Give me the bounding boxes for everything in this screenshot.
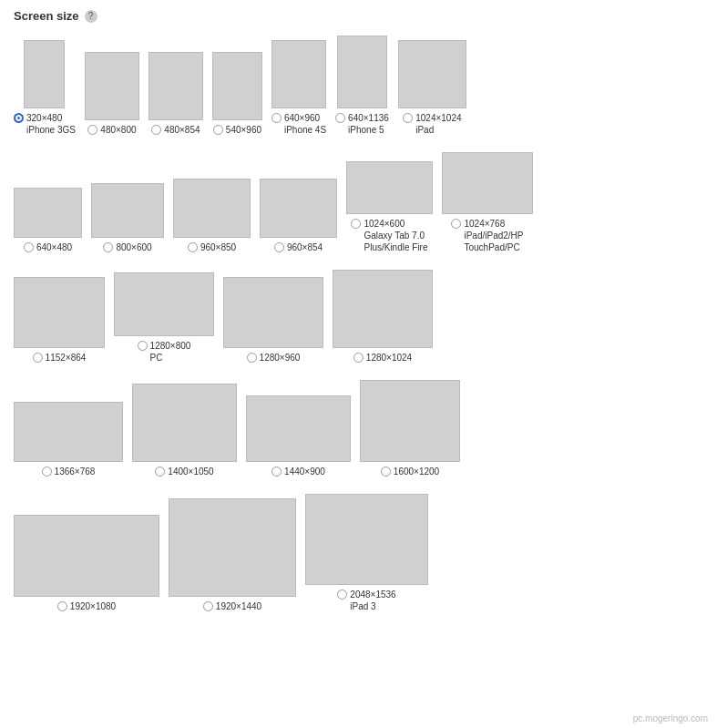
screen-label[interactable]: 1024×600 Galaxy Tab 7.0 Plus/Kindle Fire <box>351 218 427 253</box>
screen-label[interactable]: 1152×864 <box>33 352 87 364</box>
screen-label-text: 640×1136 iPhone 5 <box>348 112 389 136</box>
screen-box <box>223 277 323 348</box>
screen-item-1-3[interactable]: 960×854 <box>260 179 337 253</box>
screen-item-3-1[interactable]: 1400×1050 <box>132 384 237 477</box>
screen-label[interactable]: 1024×1024 iPad <box>403 112 461 136</box>
screen-item-0-2[interactable]: 480×854 <box>149 52 203 136</box>
screen-box <box>149 52 203 120</box>
screen-radio[interactable] <box>151 125 161 135</box>
screen-item-0-5[interactable]: 640×1136 iPhone 5 <box>335 36 389 136</box>
screen-box <box>169 498 296 597</box>
screen-item-1-1[interactable]: 800×600 <box>91 183 164 253</box>
screen-box <box>360 380 460 462</box>
screen-label[interactable]: 1600×1200 <box>381 466 439 477</box>
screen-item-1-5[interactable]: 1024×768 iPad/iPad2/HP TouchPad/PC <box>442 152 533 253</box>
screen-item-4-2[interactable]: 2048×1536 iPad 3 <box>305 494 428 612</box>
screen-label[interactable]: 1280×960 <box>247 352 301 364</box>
help-icon[interactable]: ? <box>85 10 97 23</box>
screen-label[interactable]: 2048×1536 iPad 3 <box>337 589 395 612</box>
screen-label-text: 1600×1200 <box>394 466 439 477</box>
screen-label[interactable]: 1920×1080 <box>57 600 116 612</box>
screen-radio[interactable] <box>155 467 165 477</box>
screen-row-2: 1152×8641280×800 PC1280×9601280×1024 <box>14 270 703 364</box>
screen-grid: 320×480 iPhone 3GS480×800480×854540×9606… <box>14 36 703 612</box>
screen-radio[interactable] <box>274 242 284 252</box>
screen-label[interactable]: 960×854 <box>274 241 323 253</box>
screen-radio[interactable] <box>271 113 282 123</box>
screen-label-text: 1920×1440 <box>216 600 261 612</box>
screen-label[interactable]: 1400×1050 <box>155 466 213 477</box>
screen-item-2-1[interactable]: 1280×800 PC <box>114 272 214 364</box>
screen-radio[interactable] <box>33 353 43 363</box>
screen-label-text: 1400×1050 <box>168 466 213 477</box>
screen-label[interactable]: 480×800 <box>87 124 136 136</box>
screen-label[interactable]: 960×850 <box>188 241 236 253</box>
screen-row-4: 1920×10801920×14402048×1536 iPad 3 <box>14 494 703 612</box>
screen-radio[interactable] <box>138 341 148 351</box>
watermark: pc.mogeringo.com <box>633 713 708 723</box>
screen-radio[interactable] <box>351 219 361 229</box>
screen-item-4-1[interactable]: 1920×1440 <box>169 498 296 612</box>
screen-label[interactable]: 320×480 iPhone 3GS <box>14 112 76 136</box>
screen-radio[interactable] <box>24 242 34 252</box>
screen-label[interactable]: 640×960 iPhone 4S <box>271 112 326 136</box>
screen-box <box>14 402 123 462</box>
screen-radio[interactable] <box>337 590 347 600</box>
screen-box <box>14 188 82 238</box>
screen-item-3-2[interactable]: 1440×900 <box>246 395 351 477</box>
screen-item-2-2[interactable]: 1280×960 <box>223 277 323 364</box>
screen-label[interactable]: 640×1136 iPhone 5 <box>335 112 389 136</box>
screen-label[interactable]: 640×480 <box>24 241 72 253</box>
screen-item-3-0[interactable]: 1366×768 <box>14 402 123 477</box>
screen-label[interactable]: 1366×768 <box>42 466 96 477</box>
screen-radio[interactable] <box>353 353 364 363</box>
screen-item-0-4[interactable]: 640×960 iPhone 4S <box>271 40 326 136</box>
screen-radio[interactable] <box>451 219 461 229</box>
screen-item-4-0[interactable]: 1920×1080 <box>14 515 159 612</box>
screen-radio[interactable] <box>14 113 24 123</box>
screen-row-3: 1366×7681400×10501440×9001600×1200 <box>14 380 703 477</box>
screen-label-text: 960×850 <box>200 241 236 253</box>
screen-label[interactable]: 1024×768 iPad/iPad2/HP TouchPad/PC <box>451 218 523 253</box>
screen-item-1-0[interactable]: 640×480 <box>14 188 82 253</box>
screen-radio[interactable] <box>213 125 223 135</box>
screen-item-0-6[interactable]: 1024×1024 iPad <box>398 40 466 136</box>
screen-item-2-3[interactable]: 1280×1024 <box>333 270 433 364</box>
screen-radio[interactable] <box>57 601 67 611</box>
screen-label-text: 1280×800 PC <box>150 340 191 364</box>
screen-label[interactable]: 1280×800 PC <box>138 340 191 364</box>
screen-item-3-3[interactable]: 1600×1200 <box>360 380 460 477</box>
screen-label[interactable]: 1280×1024 <box>353 352 412 364</box>
screen-radio[interactable] <box>87 125 97 135</box>
screen-label-text: 1920×1080 <box>70 600 116 612</box>
screen-label-text: 1280×960 <box>260 352 301 364</box>
screen-label[interactable]: 800×600 <box>103 241 151 253</box>
screen-label[interactable]: 1440×900 <box>271 466 325 477</box>
screen-radio[interactable] <box>271 467 282 477</box>
screen-box <box>91 183 164 238</box>
screen-label[interactable]: 540×960 <box>213 124 261 136</box>
screen-item-0-1[interactable]: 480×800 <box>85 52 139 136</box>
screen-label[interactable]: 480×854 <box>151 124 200 136</box>
screen-label-text: 1152×864 <box>46 352 87 364</box>
screen-size-header: Screen size ? <box>14 9 703 23</box>
screen-radio[interactable] <box>403 113 413 123</box>
screen-radio[interactable] <box>103 242 113 252</box>
screen-radio[interactable] <box>203 601 213 611</box>
screen-box <box>212 52 262 120</box>
screen-item-0-0[interactable]: 320×480 iPhone 3GS <box>14 40 76 136</box>
screen-box <box>246 395 351 462</box>
screen-label[interactable]: 1920×1440 <box>203 600 261 612</box>
screen-item-2-0[interactable]: 1152×864 <box>14 277 105 364</box>
screen-item-1-2[interactable]: 960×850 <box>173 179 251 253</box>
screen-item-1-4[interactable]: 1024×600 Galaxy Tab 7.0 Plus/Kindle Fire <box>346 161 433 253</box>
screen-radio[interactable] <box>188 242 198 252</box>
screen-item-0-3[interactable]: 540×960 <box>212 52 262 136</box>
screen-radio[interactable] <box>42 467 52 477</box>
screen-radio[interactable] <box>247 353 257 363</box>
screen-label-text: 960×854 <box>287 241 323 253</box>
screen-radio[interactable] <box>381 467 391 477</box>
screen-box <box>173 179 251 238</box>
screen-radio[interactable] <box>335 113 345 123</box>
screen-box <box>442 152 533 214</box>
